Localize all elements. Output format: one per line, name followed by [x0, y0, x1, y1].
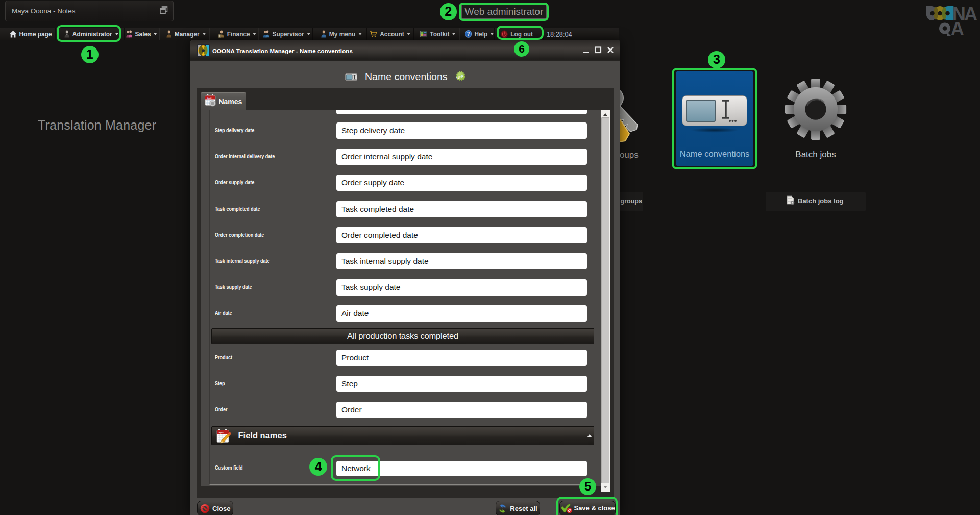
svg-text:April: April: [207, 97, 211, 100]
svg-text:A: A: [951, 18, 964, 37]
svg-text:April: April: [218, 431, 223, 434]
